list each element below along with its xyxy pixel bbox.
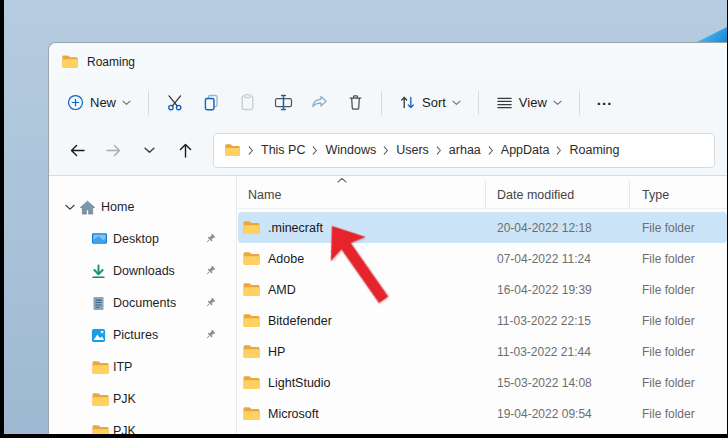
folder-icon [242, 375, 261, 390]
file-list-pane: Name Date modified Type .minecraft20-04-… [237, 176, 727, 434]
chevron-down-icon [553, 100, 562, 106]
chevron-right-icon [555, 146, 563, 155]
type-cell: File folder [630, 407, 727, 421]
window-title: Roaming [87, 55, 135, 69]
type-cell: File folder [630, 314, 727, 328]
sidebar-item-itp[interactable]: ITP [53, 351, 232, 383]
toolbar-separator [579, 91, 580, 115]
pin-icon [204, 329, 216, 341]
chevron-right-icon [435, 146, 443, 155]
pictures-icon [91, 328, 113, 343]
breadcrumb-this-pc[interactable]: This PC [255, 139, 311, 161]
folder-icon [91, 392, 113, 407]
sidebar-item-label: Home [101, 200, 134, 214]
more-options-button[interactable]: ... [589, 85, 621, 120]
toolbar-separator [148, 91, 149, 115]
rename-button[interactable] [266, 87, 300, 118]
sidebar-item-downloads[interactable]: Downloads [53, 255, 232, 287]
date-modified-cell: 20-04-2022 12:18 [486, 221, 630, 235]
sidebar-item-pjk[interactable]: PJK [53, 383, 232, 415]
type-cell: File folder [630, 252, 727, 266]
file-row-amd[interactable]: AMD16-04-2022 19:39File folder [238, 274, 727, 305]
sidebar-item-pictures[interactable]: Pictures [53, 319, 232, 351]
copy-icon [202, 93, 221, 112]
up-button[interactable] [169, 135, 201, 165]
breadcrumb-windows[interactable]: Windows [319, 139, 382, 161]
file-explorer-window: Roaming New [48, 42, 727, 434]
plus-circle-icon [67, 94, 84, 111]
file-name: Microsoft [268, 407, 319, 421]
sidebar-item-label: PJK [113, 424, 136, 434]
view-button[interactable]: View [488, 88, 570, 117]
date-modified-cell: 16-04-2022 19:39 [486, 283, 630, 297]
trash-icon [346, 93, 365, 112]
folder-icon [61, 54, 79, 69]
view-lines-icon [496, 94, 513, 111]
rename-icon [274, 93, 293, 112]
sidebar-item-label: Downloads [113, 264, 175, 278]
address-box[interactable]: This PCWindowsUsersarhaaAppDataRoaming [213, 133, 715, 168]
breadcrumb-appdata[interactable]: AppData [495, 139, 556, 161]
navigation-pane: HomeDesktopDownloadsDocumentsPicturesITP… [49, 176, 237, 434]
sidebar-item-desktop[interactable]: Desktop [53, 223, 232, 255]
address-folder-icon [224, 143, 241, 157]
file-name: .minecraft [268, 221, 323, 235]
screenshot-border [0, 434, 728, 438]
sidebar-item-label: Pictures [113, 328, 158, 342]
file-row-lightstudio[interactable]: LightStudio15-03-2022 14:08File folder [238, 367, 727, 398]
share-icon [310, 93, 329, 112]
recent-locations-button[interactable] [133, 135, 165, 165]
downloads-icon [91, 264, 113, 279]
sidebar-item-pjk[interactable]: PJK [53, 415, 232, 434]
breadcrumb-users[interactable]: Users [390, 139, 435, 161]
delete-button[interactable] [338, 87, 372, 118]
file-row-minecraft[interactable]: .minecraft20-04-2022 12:18File folder [238, 212, 727, 243]
breadcrumb-arhaa[interactable]: arhaa [443, 139, 487, 161]
copy-button[interactable] [194, 87, 228, 118]
date-modified-cell: 11-03-2022 21:44 [486, 345, 630, 359]
column-header-type[interactable]: Type [629, 181, 727, 208]
toolbar: New [49, 80, 727, 125]
folder-icon [242, 251, 261, 266]
breadcrumb: This PCWindowsUsersarhaaAppDataRoaming [247, 139, 626, 161]
file-name-cell: LightStudio [238, 375, 486, 390]
file-row-microsoft[interactable]: Microsoft19-04-2022 09:54File folder [238, 398, 727, 429]
back-button[interactable] [61, 135, 93, 165]
folder-icon [242, 313, 261, 328]
new-button-label: New [90, 95, 116, 110]
sort-button[interactable]: Sort [391, 88, 469, 117]
cut-button[interactable] [158, 87, 192, 118]
column-header-name[interactable]: Name [237, 181, 485, 208]
sidebar-item-home[interactable]: Home [53, 191, 232, 223]
type-cell: File folder [630, 283, 727, 297]
titlebar: Roaming [49, 43, 727, 80]
address-bar: This PCWindowsUsersarhaaAppDataRoaming [49, 125, 727, 176]
desktop-icon [91, 232, 113, 247]
forward-button[interactable] [97, 135, 129, 165]
file-row-bitdefender[interactable]: Bitdefender11-03-2022 22:15File folder [238, 305, 727, 336]
paste-button[interactable] [230, 87, 264, 118]
chevron-right-icon [247, 146, 255, 155]
type-cell: File folder [630, 345, 727, 359]
file-name-cell: Microsoft [238, 406, 486, 421]
file-name: AMD [268, 283, 296, 297]
type-cell: File folder [630, 376, 727, 390]
file-row-hp[interactable]: HP11-03-2022 21:44File folder [238, 336, 727, 367]
screenshot-border [0, 0, 4, 438]
breadcrumb-roaming[interactable]: Roaming [563, 139, 625, 161]
column-headers: Name Date modified Type [237, 181, 727, 209]
file-rows: .minecraft20-04-2022 12:18File folderAdo… [237, 212, 727, 429]
file-row-adobe[interactable]: Adobe07-04-2022 11:24File folder [238, 243, 727, 274]
chevron-right-icon [311, 146, 319, 155]
share-button[interactable] [302, 87, 336, 118]
folder-icon [242, 344, 261, 359]
file-name: Adobe [268, 252, 304, 266]
sidebar-item-documents[interactable]: Documents [53, 287, 232, 319]
screenshot-stage: Roaming New [0, 0, 728, 438]
sidebar-item-label: Desktop [113, 232, 159, 246]
chevron-down-icon [452, 100, 461, 106]
expand-chevron-icon[interactable] [61, 204, 79, 211]
column-header-date-modified[interactable]: Date modified [485, 181, 629, 208]
new-button[interactable]: New [59, 88, 139, 117]
folder-icon [242, 406, 261, 421]
